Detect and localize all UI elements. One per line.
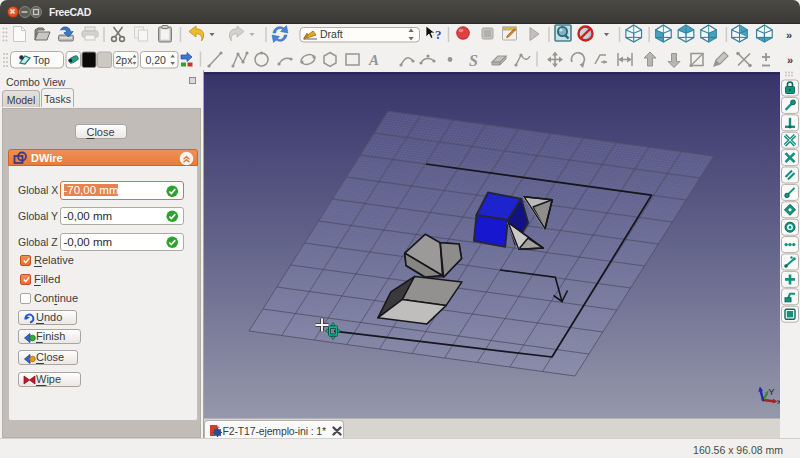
svg-text:Y: Y [769, 387, 775, 397]
svg-text:?: ? [435, 27, 442, 42]
svg-text:»: » [787, 54, 793, 66]
svg-text:Top: Top [33, 54, 50, 66]
svg-text:A: A [368, 52, 379, 68]
svg-text:0,20: 0,20 [146, 54, 167, 66]
svg-text:2px: 2px [116, 54, 134, 66]
svg-text:S: S [469, 52, 478, 69]
svg-text:Draft: Draft [320, 28, 343, 40]
svg-text:»: » [786, 29, 792, 41]
